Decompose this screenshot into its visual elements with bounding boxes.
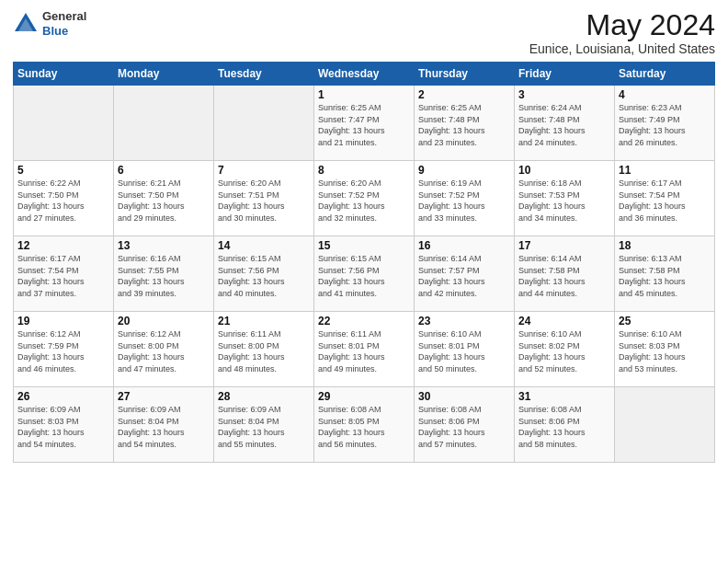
day-number: 25	[619, 315, 711, 327]
day-info: Sunrise: 6:14 AM Sunset: 7:58 PM Dayligh…	[518, 253, 610, 299]
day-number: 17	[518, 239, 610, 252]
table-row: 8Sunrise: 6:20 AM Sunset: 7:52 PM Daylig…	[314, 161, 415, 236]
day-number: 11	[619, 164, 711, 177]
table-row: 14Sunrise: 6:15 AM Sunset: 7:56 PM Dayli…	[214, 236, 314, 312]
day-info: Sunrise: 6:20 AM Sunset: 7:52 PM Dayligh…	[318, 178, 410, 224]
day-number: 1	[318, 88, 410, 101]
logo-icon	[13, 11, 39, 37]
calendar-week-row: 5Sunrise: 6:22 AM Sunset: 7:50 PM Daylig…	[14, 161, 715, 236]
day-info: Sunrise: 6:10 AM Sunset: 8:01 PM Dayligh…	[418, 328, 510, 374]
header-thursday: Thursday	[415, 63, 515, 86]
table-row	[615, 387, 715, 463]
day-info: Sunrise: 6:21 AM Sunset: 7:50 PM Dayligh…	[118, 178, 210, 224]
table-row: 18Sunrise: 6:13 AM Sunset: 7:58 PM Dayli…	[615, 236, 715, 312]
day-info: Sunrise: 6:18 AM Sunset: 7:53 PM Dayligh…	[518, 178, 610, 224]
day-info: Sunrise: 6:19 AM Sunset: 7:52 PM Dayligh…	[418, 178, 510, 224]
day-info: Sunrise: 6:25 AM Sunset: 7:47 PM Dayligh…	[318, 102, 410, 148]
day-number: 18	[619, 239, 711, 252]
day-info: Sunrise: 6:20 AM Sunset: 7:51 PM Dayligh…	[218, 178, 310, 224]
table-row: 26Sunrise: 6:09 AM Sunset: 8:03 PM Dayli…	[14, 387, 114, 463]
table-row: 22Sunrise: 6:11 AM Sunset: 8:01 PM Dayli…	[314, 312, 415, 387]
day-info: Sunrise: 6:12 AM Sunset: 8:00 PM Dayligh…	[118, 328, 210, 374]
day-number: 20	[118, 315, 210, 327]
table-row	[214, 86, 314, 161]
table-row: 12Sunrise: 6:17 AM Sunset: 7:54 PM Dayli…	[14, 236, 114, 312]
day-info: Sunrise: 6:25 AM Sunset: 7:48 PM Dayligh…	[418, 102, 510, 148]
table-row: 2Sunrise: 6:25 AM Sunset: 7:48 PM Daylig…	[415, 86, 515, 161]
day-info: Sunrise: 6:08 AM Sunset: 8:05 PM Dayligh…	[318, 404, 410, 450]
day-number: 8	[318, 164, 410, 177]
day-number: 23	[418, 315, 510, 327]
day-info: Sunrise: 6:11 AM Sunset: 8:00 PM Dayligh…	[218, 328, 310, 374]
table-row: 16Sunrise: 6:14 AM Sunset: 7:57 PM Dayli…	[415, 236, 515, 312]
logo-general-text: General	[42, 9, 86, 23]
day-number: 2	[418, 88, 510, 101]
header-saturday: Saturday	[615, 63, 715, 86]
day-number: 31	[518, 390, 610, 403]
day-number: 26	[17, 390, 109, 403]
day-info: Sunrise: 6:10 AM Sunset: 8:03 PM Dayligh…	[619, 328, 711, 374]
table-row: 17Sunrise: 6:14 AM Sunset: 7:58 PM Dayli…	[515, 236, 615, 312]
day-number: 13	[118, 239, 210, 252]
table-row: 13Sunrise: 6:16 AM Sunset: 7:55 PM Dayli…	[114, 236, 214, 312]
header-tuesday: Tuesday	[214, 63, 314, 86]
table-row: 23Sunrise: 6:10 AM Sunset: 8:01 PM Dayli…	[415, 312, 515, 387]
day-number: 14	[218, 239, 310, 252]
day-info: Sunrise: 6:11 AM Sunset: 8:01 PM Dayligh…	[318, 328, 410, 374]
day-info: Sunrise: 6:09 AM Sunset: 8:04 PM Dayligh…	[218, 404, 310, 450]
day-info: Sunrise: 6:09 AM Sunset: 8:04 PM Dayligh…	[118, 404, 210, 450]
header-wednesday: Wednesday	[314, 63, 415, 86]
day-number: 21	[218, 315, 310, 327]
day-info: Sunrise: 6:08 AM Sunset: 8:06 PM Dayligh…	[418, 404, 510, 450]
title-block: May 2024 Eunice, Louisiana, United State…	[529, 9, 715, 56]
day-number: 19	[17, 315, 109, 327]
calendar-subtitle: Eunice, Louisiana, United States	[529, 41, 715, 56]
calendar-table: Sunday Monday Tuesday Wednesday Thursday…	[13, 62, 715, 463]
page-container: General Blue May 2024 Eunice, Louisiana,…	[0, 0, 728, 563]
table-row	[114, 86, 214, 161]
table-row: 27Sunrise: 6:09 AM Sunset: 8:04 PM Dayli…	[114, 387, 214, 463]
table-row: 30Sunrise: 6:08 AM Sunset: 8:06 PM Dayli…	[415, 387, 515, 463]
day-info: Sunrise: 6:12 AM Sunset: 7:59 PM Dayligh…	[17, 328, 109, 374]
day-number: 30	[418, 390, 510, 403]
logo: General Blue	[13, 9, 86, 38]
day-number: 16	[418, 239, 510, 252]
day-info: Sunrise: 6:08 AM Sunset: 8:06 PM Dayligh…	[518, 404, 610, 450]
calendar-title: May 2024	[529, 9, 715, 41]
day-info: Sunrise: 6:23 AM Sunset: 7:49 PM Dayligh…	[619, 102, 711, 148]
day-info: Sunrise: 6:15 AM Sunset: 7:56 PM Dayligh…	[318, 253, 410, 299]
table-row: 6Sunrise: 6:21 AM Sunset: 7:50 PM Daylig…	[114, 161, 214, 236]
table-row: 5Sunrise: 6:22 AM Sunset: 7:50 PM Daylig…	[14, 161, 114, 236]
day-number: 22	[318, 315, 410, 327]
header-monday: Monday	[114, 63, 214, 86]
table-row: 24Sunrise: 6:10 AM Sunset: 8:02 PM Dayli…	[515, 312, 615, 387]
day-number: 5	[17, 164, 109, 177]
day-number: 12	[17, 239, 109, 252]
day-info: Sunrise: 6:13 AM Sunset: 7:58 PM Dayligh…	[619, 253, 711, 299]
table-row	[14, 86, 114, 161]
calendar-week-row: 12Sunrise: 6:17 AM Sunset: 7:54 PM Dayli…	[14, 236, 715, 312]
day-info: Sunrise: 6:17 AM Sunset: 7:54 PM Dayligh…	[619, 178, 711, 224]
table-row: 21Sunrise: 6:11 AM Sunset: 8:00 PM Dayli…	[214, 312, 314, 387]
day-info: Sunrise: 6:09 AM Sunset: 8:03 PM Dayligh…	[17, 404, 109, 450]
logo-text: General Blue	[42, 9, 86, 38]
table-row: 3Sunrise: 6:24 AM Sunset: 7:48 PM Daylig…	[515, 86, 615, 161]
day-info: Sunrise: 6:17 AM Sunset: 7:54 PM Dayligh…	[17, 253, 109, 299]
day-number: 9	[418, 164, 510, 177]
table-row: 4Sunrise: 6:23 AM Sunset: 7:49 PM Daylig…	[615, 86, 715, 161]
day-info: Sunrise: 6:10 AM Sunset: 8:02 PM Dayligh…	[518, 328, 610, 374]
day-number: 27	[118, 390, 210, 403]
table-row: 15Sunrise: 6:15 AM Sunset: 7:56 PM Dayli…	[314, 236, 415, 312]
calendar-week-row: 26Sunrise: 6:09 AM Sunset: 8:03 PM Dayli…	[14, 387, 715, 463]
day-number: 29	[318, 390, 410, 403]
table-row: 10Sunrise: 6:18 AM Sunset: 7:53 PM Dayli…	[515, 161, 615, 236]
page-header: General Blue May 2024 Eunice, Louisiana,…	[13, 9, 715, 56]
day-info: Sunrise: 6:22 AM Sunset: 7:50 PM Dayligh…	[17, 178, 109, 224]
table-row: 31Sunrise: 6:08 AM Sunset: 8:06 PM Dayli…	[515, 387, 615, 463]
day-number: 28	[218, 390, 310, 403]
table-row: 29Sunrise: 6:08 AM Sunset: 8:05 PM Dayli…	[314, 387, 415, 463]
table-row: 20Sunrise: 6:12 AM Sunset: 8:00 PM Dayli…	[114, 312, 214, 387]
day-number: 10	[518, 164, 610, 177]
day-number: 6	[118, 164, 210, 177]
day-number: 4	[619, 88, 711, 101]
